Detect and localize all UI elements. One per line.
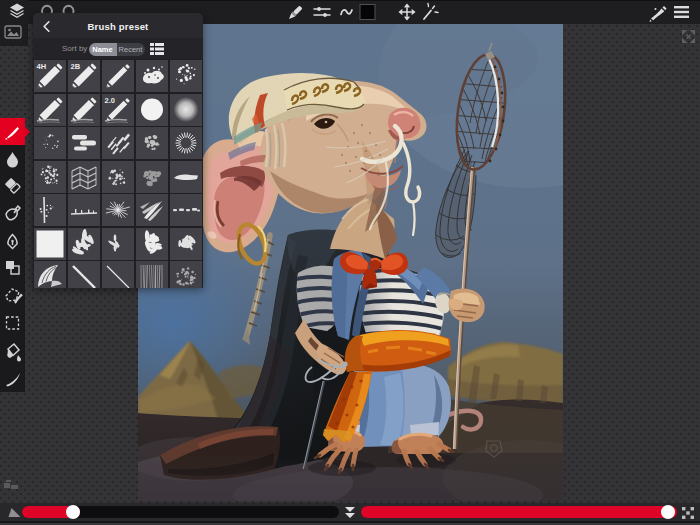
svg-text:4H: 4H: [37, 62, 47, 71]
svg-text:2B: 2B: [71, 62, 81, 71]
svg-text:2.0: 2.0: [105, 96, 115, 105]
